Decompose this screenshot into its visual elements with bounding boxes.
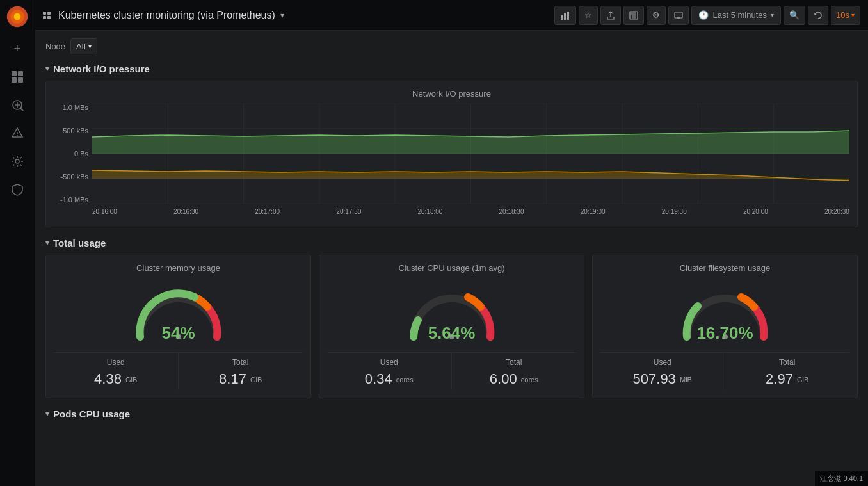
x-label-3: 20:17:30 (336, 208, 361, 215)
memory-gauge-stats: Used 4.38 GiB Total 8.17 GiB (54, 352, 303, 390)
memory-used-stat: Used 4.38 GiB (54, 353, 179, 390)
title-dropdown-icon[interactable]: ▾ (280, 11, 284, 20)
gauges-row: Cluster memory usage 54% (45, 255, 858, 398)
share-button[interactable] (600, 6, 621, 25)
svg-point-2 (14, 13, 21, 20)
y-label-4: -1.0 MBs (60, 196, 88, 204)
filesystem-gauge-stats: Used 507.93 MiB Total 2.97 GiB (600, 352, 849, 390)
cpu-used-stat: Used 0.34 cores (327, 353, 452, 390)
cpu-gauge-container: 5.64% (401, 279, 503, 343)
x-label-1: 20:16:30 (173, 208, 198, 215)
memory-gauge-title: Cluster memory usage (136, 263, 220, 273)
total-usage-chevron-icon: ▾ (45, 239, 49, 247)
topbar-actions: ☆ ⚙ 🕐 Last 5 minutes ▾ 🔍 10s ▾ (554, 6, 860, 25)
grafana-logo[interactable] (6, 5, 29, 28)
y-label-3: -500 kBs (61, 173, 88, 181)
filesystem-total-value: 2.97 GiB (766, 371, 808, 387)
dots-grid-icon (43, 12, 53, 19)
pods-chevron-icon: ▾ (45, 410, 49, 418)
time-range-button[interactable]: 🕐 Last 5 minutes ▾ (691, 6, 781, 25)
watermark: 江念滋 0.40.1 (815, 471, 868, 486)
network-section-header[interactable]: ▾ Network I/O pressure (45, 63, 858, 74)
filesystem-gauge-container: 16.70% (674, 279, 776, 343)
pods-section-title: Pods CPU usage (53, 409, 130, 419)
filesystem-gauge-title: Cluster filesystem usage (680, 263, 771, 273)
node-filter-select[interactable]: All ▾ (70, 38, 97, 54)
svg-rect-18 (631, 12, 636, 15)
x-label-4: 20:18:00 (417, 208, 442, 215)
network-chart-svg (92, 104, 849, 204)
y-label-0: 1.0 MBs (63, 104, 88, 111)
refresh-icon (814, 11, 823, 20)
x-label-9: 20:20:30 (824, 208, 849, 215)
sidebar-item-shield[interactable] (4, 177, 30, 202)
filter-row: Node All ▾ (45, 38, 858, 54)
refresh-interval-button[interactable]: 10s ▾ (831, 6, 860, 25)
chart-y-axis: 1.0 MBs 500 kBs 0 Bs -500 kBs -1.0 MBs (54, 104, 92, 204)
y-label-2: 0 Bs (74, 150, 88, 158)
cpu-total-label: Total (506, 358, 522, 367)
memory-used-value: 4.38 GiB (94, 371, 137, 387)
search-button[interactable]: 🔍 (784, 6, 805, 25)
dashboard-content: Node All ▾ ▾ Network I/O pressure Networ… (35, 31, 868, 486)
tv-mode-button[interactable] (668, 6, 689, 25)
sidebar: + (0, 0, 35, 486)
filesystem-used-value: 507.93 MiB (633, 371, 692, 387)
filesystem-gauge-panel: Cluster filesystem usage 16.70% (592, 255, 858, 398)
x-label-2: 20:17:00 (255, 208, 280, 215)
sidebar-item-explore[interactable] (4, 92, 30, 118)
svg-point-12 (17, 135, 18, 136)
network-chevron-icon: ▾ (45, 65, 49, 73)
sidebar-item-alerts[interactable] (4, 120, 30, 146)
save-button[interactable] (623, 6, 644, 25)
clock-icon: 🕐 (698, 10, 709, 20)
filesystem-total-label: Total (779, 358, 795, 367)
svg-line-8 (20, 108, 23, 111)
cpu-used-label: Used (380, 358, 398, 367)
chart-svg-container (92, 104, 849, 204)
svg-rect-5 (12, 77, 17, 83)
svg-rect-3 (12, 71, 17, 76)
cpu-total-stat: Total 6.00 cores (452, 353, 577, 390)
cpu-total-value: 6.00 cores (490, 371, 538, 387)
svg-rect-15 (564, 13, 566, 20)
sidebar-item-settings[interactable] (4, 149, 30, 174)
filesystem-used-stat: Used 507.93 MiB (600, 353, 725, 390)
save-icon (629, 11, 638, 20)
time-chevron-icon: ▾ (771, 12, 774, 19)
memory-gauge-panel: Cluster memory usage 54% (45, 255, 311, 398)
sidebar-item-dashboard[interactable] (4, 64, 30, 90)
network-chart-area: 1.0 MBs 500 kBs 0 Bs -500 kBs -1.0 MBs (54, 104, 849, 219)
sidebar-item-add[interactable]: + (4, 36, 30, 61)
x-label-7: 20:19:30 (662, 208, 687, 215)
total-usage-section-title: Total usage (53, 238, 106, 248)
x-label-6: 20:19:00 (581, 208, 606, 215)
time-range-label: Last 5 minutes (712, 10, 767, 20)
graph-view-button[interactable] (554, 6, 576, 25)
svg-rect-16 (567, 12, 569, 20)
topbar-title: Kubernetes cluster monitoring (via Prome… (43, 10, 284, 21)
pods-section-header[interactable]: ▾ Pods CPU usage (45, 409, 858, 419)
svg-rect-14 (561, 15, 563, 20)
filesystem-total-stat: Total 2.97 GiB (725, 353, 850, 390)
svg-rect-20 (675, 12, 682, 18)
network-chart-panel: Network I/O pressure 1.0 MBs 500 kBs 0 B… (45, 81, 858, 227)
chart-x-axis: 20:16:00 20:16:30 20:17:00 20:17:30 20:1… (92, 204, 849, 219)
network-chart-title: Network I/O pressure (54, 89, 849, 99)
monitor-icon (674, 11, 683, 20)
cpu-gauge-value: 5.64% (428, 323, 476, 343)
filesystem-used-label: Used (654, 358, 671, 367)
cpu-gauge-title: Cluster CPU usage (1m avg) (398, 263, 504, 273)
total-usage-section-header[interactable]: ▾ Total usage (45, 238, 858, 248)
node-filter-chevron: ▾ (88, 43, 92, 50)
refresh-button[interactable] (808, 6, 828, 25)
bar-chart-icon (560, 10, 570, 20)
topbar: Kubernetes cluster monitoring (via Prome… (35, 0, 868, 31)
memory-total-value: 8.17 GiB (219, 371, 262, 387)
cpu-used-value: 0.34 cores (365, 371, 414, 387)
star-button[interactable]: ☆ (579, 6, 598, 25)
settings-button[interactable]: ⚙ (647, 6, 666, 25)
cpu-gauge-stats: Used 0.34 cores Total 6.00 cores (327, 352, 576, 390)
memory-total-label: Total (232, 358, 248, 367)
interval-chevron-icon: ▾ (851, 12, 855, 19)
